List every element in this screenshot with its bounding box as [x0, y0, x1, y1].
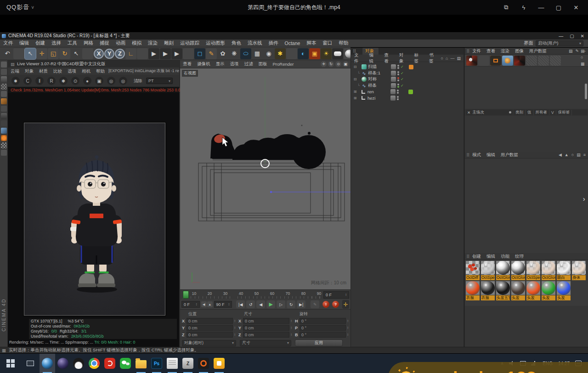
material-name[interactable]: 身体 — [572, 275, 586, 280]
stepper-icon[interactable]: ↕ — [290, 319, 292, 323]
timeline-playhead[interactable] — [183, 291, 189, 299]
live-viewer-tool-icon[interactable]: ✹ — [11, 77, 20, 85]
material-tag-swatch[interactable] — [409, 83, 413, 88]
transport-button[interactable]: ◀ — [256, 300, 265, 308]
search-icon[interactable]: ○ — [441, 56, 443, 61]
visibility-dots[interactable] — [397, 84, 399, 88]
toolbar-icon[interactable]: ▶ — [148, 48, 159, 59]
stepper-icon[interactable]: ↕ — [228, 302, 230, 306]
live-viewer-tool-icon[interactable]: C — [23, 77, 32, 85]
menu-item[interactable]: 查看 — [381, 52, 396, 64]
coordinate-input[interactable]: 0 cm — [187, 318, 233, 324]
toolbar-icon[interactable] — [82, 48, 93, 59]
left-tool-icon[interactable] — [1, 135, 7, 141]
material-name[interactable]: OctGlos — [511, 275, 525, 280]
taskbar-app[interactable] — [196, 354, 211, 373]
left-tool-icon[interactable] — [1, 62, 7, 68]
axis-handle[interactable] — [270, 191, 272, 193]
menu-item[interactable]: ProRender — [270, 62, 297, 67]
menu-item[interactable]: 编辑 — [16, 40, 32, 46]
taskbar-app[interactable] — [133, 354, 149, 373]
menu-item[interactable]: 摄像机 — [194, 61, 213, 67]
material-item[interactable]: OctGlos — [542, 261, 555, 280]
maximize-button[interactable]: ▢ — [555, 4, 562, 11]
drag-handle-icon[interactable]: ⠿ — [466, 49, 469, 54]
material-item[interactable]: 眼白 — [557, 261, 571, 280]
record-pen-icon[interactable]: ✎ — [311, 300, 319, 308]
transport-button[interactable]: ▶| — [297, 300, 305, 308]
material-item[interactable]: OctSpe — [481, 261, 495, 280]
material-name[interactable]: OctSpec — [526, 275, 540, 280]
enable-check[interactable]: ✓ — [401, 71, 407, 75]
material-item[interactable]: 身体 — [572, 261, 586, 280]
coordinate-input[interactable]: 0 cm — [187, 332, 233, 338]
object-name[interactable]: ren — [368, 89, 390, 94]
scrollbar-thumb[interactable] — [585, 84, 587, 99]
attribute-tool-icon[interactable]: ◀ — [559, 153, 562, 157]
taskbar-app[interactable] — [118, 354, 133, 373]
live-viewer-tool-icon[interactable]: ◎ — [107, 77, 115, 85]
menu-item[interactable]: 相机 — [79, 68, 93, 74]
pip-icon[interactable]: ⧉ — [503, 4, 510, 11]
tool-icon[interactable]: ✎ — [575, 49, 579, 53]
toolbar-icon[interactable]: ↶ — [2, 48, 13, 59]
stepper-icon[interactable]: ↕ — [234, 326, 236, 330]
home-icon[interactable]: ⌂ — [446, 56, 448, 61]
minimize-icon[interactable]: — — [450, 56, 454, 61]
menu-item[interactable]: 书签 — [426, 52, 441, 64]
end-frame-field[interactable]: 90 F ↕ — [214, 301, 232, 308]
stepper-icon[interactable]: ↕ — [196, 302, 198, 306]
tab-item[interactable]: 用户数据 — [498, 152, 521, 158]
transport-button[interactable]: ↻ — [287, 300, 295, 308]
coordinate-input[interactable]: 0 cm — [187, 325, 233, 331]
takes-tool-icon[interactable] — [526, 56, 537, 66]
coord-mode-dropdown[interactable]: 对象(相对) ▾ — [182, 340, 236, 346]
takes-list-area[interactable] — [465, 67, 588, 109]
column-header[interactable]: 所有者 — [534, 110, 550, 115]
material-name[interactable]: 眼白 — [557, 275, 571, 280]
menu-item[interactable]: 创建 — [469, 254, 484, 260]
viewport-nav-icon[interactable]: ▣ — [343, 61, 349, 67]
menu-item[interactable]: 雕刻 — [161, 40, 177, 46]
autokey-icon[interactable]: ✛ — [342, 300, 349, 309]
material-tag-swatch[interactable] — [408, 96, 413, 100]
left-tool-icon[interactable] — [1, 113, 7, 119]
toolbar-icon[interactable]: ◻ — [194, 48, 205, 59]
live-viewer-tool-icon[interactable]: ✱ — [59, 77, 68, 85]
toolbar-icon[interactable]: ▶ — [160, 48, 171, 59]
left-tool-icon[interactable] — [1, 84, 7, 90]
taskbar-app[interactable] — [71, 354, 86, 373]
live-viewer-tool-icon[interactable]: R — [47, 77, 56, 85]
menu-item[interactable]: 选择 — [48, 40, 64, 46]
start-frame-field[interactable]: 0 F ↕ — [181, 301, 200, 308]
toolbar-icon[interactable]: ▦ — [252, 48, 263, 59]
menu-item[interactable]: 纹理 — [512, 254, 526, 260]
live-viewer-tool-icon[interactable]: ‖ — [35, 77, 44, 85]
menu-item[interactable]: 渲染 — [145, 40, 161, 46]
toolbar-icon[interactable]: Y — [104, 49, 114, 59]
left-tool-icon[interactable] — [1, 128, 7, 134]
object-tree-row[interactable]: ⊟ 对称 ✓ — [351, 76, 464, 83]
toolbar-icon[interactable]: ✿ — [217, 48, 228, 59]
lying-character-silhouette[interactable] — [210, 132, 326, 169]
left-tool-icon[interactable] — [1, 69, 7, 75]
toolbar-icon[interactable]: ◐ — [298, 48, 309, 59]
visibility-dots[interactable] — [397, 96, 399, 100]
c4d-close-button[interactable]: ✕ — [581, 34, 584, 39]
toolbar-icon[interactable]: ◉ — [263, 48, 274, 59]
expand-icon[interactable]: ⊟ — [353, 77, 357, 81]
left-tool-icon[interactable] — [1, 91, 7, 97]
menu-item[interactable]: 运动跟踪 — [177, 40, 203, 46]
menu-item[interactable]: 脚本 — [303, 40, 319, 46]
column-header[interactable]: 保标签 — [556, 110, 572, 115]
attribute-tool-icon[interactable]: ▤ — [577, 153, 581, 157]
viewport-canvas[interactable]: 网格间距：10 cm — [180, 68, 351, 289]
stepper-icon[interactable]: ↕ — [345, 293, 347, 297]
material-item[interactable]: 衣服 — [466, 281, 480, 300]
overrides-list-area[interactable] — [465, 116, 588, 152]
minimize-button[interactable]: — — [537, 4, 545, 11]
stepper-icon[interactable]: ↕ — [290, 333, 292, 337]
menu-item[interactable]: 云端 — [8, 68, 22, 74]
left-tool-icon[interactable] — [1, 98, 7, 104]
toolbar-icon[interactable]: ↻ — [59, 48, 70, 59]
